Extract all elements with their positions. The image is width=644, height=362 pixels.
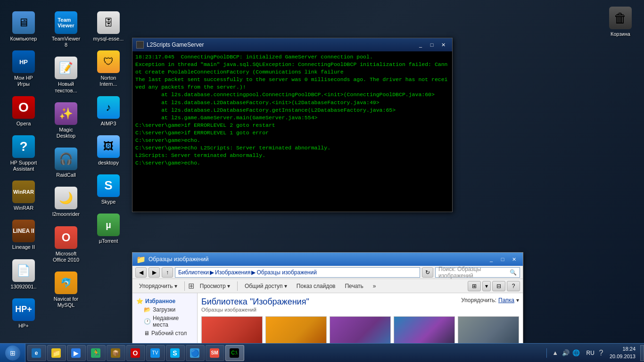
desktop-icon-hp-plus[interactable]: HP+ HP+	[5, 296, 42, 331]
taskbar-teamviewer-icon[interactable]: TV	[146, 345, 165, 361]
address-field[interactable]: Библиотеки ▶ Изображения ▶ Образцы изобр…	[175, 267, 420, 278]
console-line: 18:23:17.045 ConnectingPoolDBCP: initial…	[135, 53, 449, 61]
console-line: Exception in thread "main" java.sql.SQLE…	[135, 61, 449, 76]
console-close-button[interactable]: ✕	[438, 41, 448, 49]
preview-btn[interactable]: ⊟	[492, 281, 505, 291]
explorer-close-button[interactable]: ✕	[509, 255, 519, 263]
search-field[interactable]: Поиск: Образцы изображений 🔍	[435, 267, 520, 278]
taskbar-zip-icon[interactable]: 📦	[107, 345, 125, 361]
breadcrumb-samples[interactable]: Образцы изображений	[256, 269, 316, 276]
forward-button[interactable]: ▶	[149, 267, 160, 278]
desktop-icon-file1[interactable]: 📄 13092001..	[5, 257, 42, 292]
desktop-icon-magic[interactable]: ✨ MagicDesktop	[47, 100, 85, 141]
console-line: C:\server\game>if ERRORLEVEL 2 goto rest…	[135, 122, 449, 129]
magic-label: MagicDesktop	[57, 127, 75, 139]
taskbar-run-icon[interactable]: 🏃	[87, 345, 106, 361]
taskbar-ie-icon[interactable]: e	[27, 345, 46, 361]
favorites-header[interactable]: ⭐ Избранное	[136, 297, 193, 305]
desktop-icon-computer[interactable]: 🖥 Компьютер	[5, 9, 42, 44]
desktop-icon-teamviewer[interactable]: TeamViewer TeamViewer8	[47, 9, 85, 50]
tray-help-icon[interactable]: ?	[596, 348, 606, 358]
sidebar-item-downloads[interactable]: 📂 Загрузки	[136, 305, 193, 314]
winrar-label: WinRAR	[14, 205, 33, 211]
explorer-minimize-button[interactable]: _	[486, 255, 496, 263]
desktop-icon-recycle[interactable]: 🗑 Корзина	[602, 5, 639, 39]
view-button[interactable]: Просмотр ▾	[196, 282, 234, 290]
opera-taskbar-icon: O	[131, 348, 140, 358]
desktop-icon-opera[interactable]: O Opera	[5, 94, 42, 129]
favorites-label: Избранное	[145, 298, 175, 304]
teamviewer-icon: TeamViewer	[55, 11, 77, 34]
l2moon-icon: 🌙	[55, 187, 77, 209]
start-button[interactable]: ⊞	[0, 344, 25, 362]
desktop-icon-skype[interactable]: S Skype	[90, 173, 127, 207]
desktop-icon-hp-games[interactable]: HP Мои HPИгры	[5, 49, 42, 89]
console-minimize-button[interactable]: _	[415, 41, 426, 49]
aimp-icon: ♪	[97, 96, 120, 119]
console-body[interactable]: 18:23:17.045 ConnectingPoolDBCP: initial…	[132, 51, 452, 212]
desktop-icon-norton[interactable]: 🛡 NortonIntern...	[90, 49, 127, 89]
lineage-label: Lineage II	[12, 244, 35, 250]
desktop-icon-l2moon[interactable]: 🌙 l2moonrider	[47, 185, 85, 219]
desktop: 🖥 Компьютер HP Мои HPИгры O Opera ? HP S…	[0, 0, 644, 362]
console-line: at l2s.game.GameServer.main(GameServer.j…	[135, 114, 449, 122]
console-line: C:\server\game>echo.	[135, 159, 449, 167]
show-desktop-button[interactable]	[640, 345, 644, 361]
desktop-icon-office[interactable]: O MicrosoftOffice 2010	[47, 224, 85, 265]
view-mode-btn-1[interactable]: ⊞	[468, 281, 481, 291]
print-button[interactable]: Печать	[341, 282, 367, 290]
desktop-icon-navicat[interactable]: 🐬 Navicat forMySQL	[47, 270, 85, 310]
explorer-maximize-button[interactable]: □	[497, 255, 508, 263]
clock-date: 20.09.2013	[610, 353, 636, 360]
share-button[interactable]: Общий доступ ▾	[241, 282, 291, 290]
desktop-icon-aimp[interactable]: ♪ AIMP3	[90, 94, 127, 129]
desktop-icon-hp-support[interactable]: ? HP SupportAssistant	[5, 133, 42, 174]
help-btn[interactable]: ?	[507, 281, 520, 291]
tray-network-icon[interactable]: 🌐	[571, 348, 581, 358]
console-line: C:\server\game>if ERRORLEVEL 1 goto erro…	[135, 129, 449, 137]
desktop-icon-newtext[interactable]: 📝 Новыйтекстов...	[47, 55, 85, 95]
console-maximize-button[interactable]: □	[427, 41, 437, 49]
taskbar-explorer-icon[interactable]: 📁	[47, 345, 66, 361]
cmd-icon: C:\	[230, 348, 239, 358]
taskbar-sm-icon[interactable]: SM	[206, 345, 224, 361]
taskbar-opera-icon[interactable]: O	[126, 345, 145, 361]
explorer-window-controls: _ □ ✕	[486, 255, 519, 263]
back-button[interactable]: ◀	[135, 267, 147, 278]
desktop-icon-lineage[interactable]: LINEA II Lineage II	[5, 218, 42, 252]
office-label: MicrosoftOffice 2010	[53, 251, 79, 263]
l2moon-label: l2moonrider	[52, 211, 80, 217]
sidebar-item-recent[interactable]: 🕐 Недавние места	[136, 314, 193, 329]
language-button[interactable]: RU	[585, 349, 596, 357]
console-line: at l2s.database.connectingpool.Connectin…	[135, 91, 449, 99]
sidebar-item-desktop[interactable]: 🖥 Рабочий стол	[136, 329, 193, 337]
desktop-icon-winrar[interactable]: WinRAR WinRAR	[5, 179, 42, 213]
organize-button[interactable]: Упорядочить ▾	[135, 282, 181, 290]
breadcrumb-images[interactable]: Изображения	[215, 269, 250, 276]
tray-expand-icon[interactable]: ▲	[551, 348, 560, 358]
sort-control[interactable]: Упорядочить: Папка ▾	[461, 297, 519, 304]
tray-volume-icon[interactable]: 🔊	[561, 348, 570, 358]
more-button[interactable]: »	[369, 282, 380, 290]
taskbar-blue-icon[interactable]: 🔵	[186, 345, 205, 361]
taskbar-skype-icon[interactable]: S	[166, 345, 185, 361]
breadcrumb-libraries[interactable]: Библиотеки	[178, 269, 209, 276]
view-mode-btn-2[interactable]: ▾	[482, 281, 491, 291]
refresh-button[interactable]: ↻	[422, 267, 433, 278]
slideshow-button[interactable]: Показ слайдов	[293, 282, 339, 290]
utorrent-icon: µ	[97, 214, 120, 236]
taskbar-cmd-icon[interactable]: C:\	[225, 345, 244, 361]
desktop-icon-utorrent[interactable]: µ µTorrent	[90, 212, 127, 246]
up-button[interactable]: ↑	[162, 267, 173, 278]
explorer-titlebar: 📁 Образцы изображений _ □ ✕	[132, 253, 523, 266]
desktop-icon-desktopy[interactable]: 🖼 desktopy	[90, 133, 127, 168]
library-title: Библиотека "Изображения"	[201, 297, 309, 307]
desktop-icon-raidcall[interactable]: 🎧 RaidCall	[47, 146, 85, 180]
desktop-icon-mysql[interactable]: 🗄 mysql-esse...	[90, 9, 127, 44]
taskbar-items: e 📁 ▶ 🏃 📦 O TV S 🔵	[25, 345, 546, 361]
taskbar-media-icon[interactable]: ▶	[67, 345, 86, 361]
sort-value: Папка	[498, 297, 514, 304]
system-clock[interactable]: 18:24 20.09.2013	[606, 346, 639, 360]
sidebar-section-favorites: ⭐ Избранное 📂 Загрузки 🕐 Недавние места …	[136, 297, 193, 337]
systray: ▲ 🔊 🌐	[546, 348, 585, 358]
